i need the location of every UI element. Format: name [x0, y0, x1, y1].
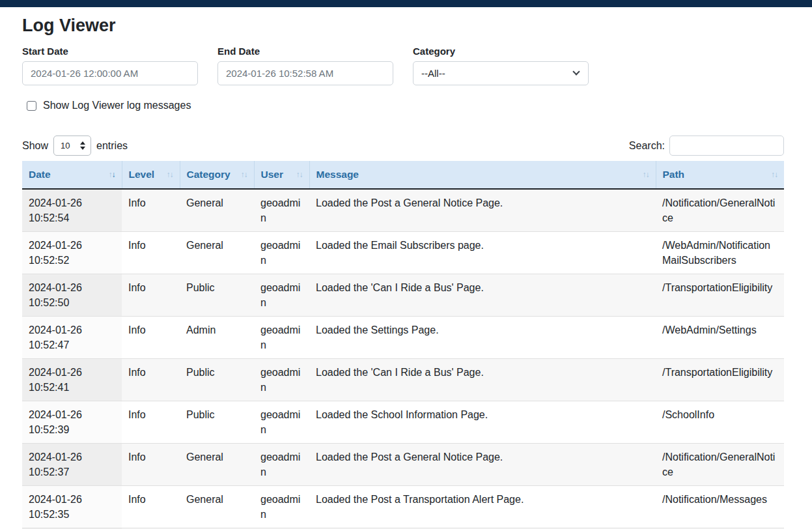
log-table-body: 2024-01-26 10:52:54 Info General geoadmi… — [22, 189, 784, 529]
log-message-cell: Loaded the 'Can I Ride a Bus' Page. — [309, 274, 656, 317]
table-row: 2024-01-26 10:52:50 Info Public geoadmin… — [22, 274, 784, 317]
log-level-cell: Info — [122, 359, 180, 401]
table-row: 2024-01-26 10:52:35 Info General geoadmi… — [22, 486, 784, 528]
log-path-cell: /WebAdmin/Settings — [656, 317, 784, 359]
start-date-input[interactable] — [22, 61, 198, 85]
log-message-cell: Loaded the Post a General Notice Page. — [309, 189, 656, 232]
log-message-cell: Loaded the School Information Page. — [309, 401, 656, 444]
log-date-cell: 2024-01-26 10:52:54 — [22, 189, 122, 232]
show-label: Show — [22, 140, 48, 152]
top-navigation-bar — [0, 0, 812, 7]
log-user-cell: geoadmin — [254, 232, 309, 274]
log-level-cell: Info — [122, 274, 180, 317]
sort-icon: ↑↓ — [109, 170, 115, 179]
start-date-field: Start Date — [22, 46, 198, 85]
table-row: 2024-01-26 10:52:52 Info General geoadmi… — [22, 232, 784, 274]
show-log-messages-checkbox[interactable] — [27, 101, 36, 111]
log-message-cell: Loaded the Email Subscribers page. — [309, 232, 656, 274]
table-row: 2024-01-26 10:52:37 Info General geoadmi… — [22, 444, 784, 486]
log-category-cell: Admin — [180, 317, 254, 359]
end-date-input[interactable] — [217, 61, 393, 85]
log-category-cell: Public — [180, 401, 254, 444]
show-log-messages-row: Show Log Viewer log messages — [22, 100, 784, 111]
table-row: 2024-01-26 10:52:47 Info Admin geoadmin … — [22, 317, 784, 359]
log-date-cell: 2024-01-26 10:52:47 — [22, 317, 122, 359]
log-category-cell: General — [180, 232, 254, 274]
log-date-cell: 2024-01-26 10:52:39 — [22, 401, 122, 444]
log-user-cell: geoadmin — [254, 317, 309, 359]
search-label: Search: — [629, 140, 665, 152]
category-field: Category --All-- — [413, 46, 589, 85]
column-header-message[interactable]: Message ↑↓ — [309, 161, 656, 189]
log-date-cell: 2024-01-26 10:52:52 — [22, 232, 122, 274]
sort-icon: ↑↓ — [296, 170, 303, 179]
log-category-cell: General — [180, 486, 254, 528]
log-category-cell: General — [180, 189, 254, 232]
table-row: 2024-01-26 10:52:54 Info General geoadmi… — [22, 189, 784, 232]
log-path-cell: /Notification/GeneralNotice — [656, 189, 784, 232]
log-table-header: Date ↑↓ Level ↑↓ Category ↑↓ User ↑↓ Mes… — [22, 161, 784, 189]
log-level-cell: Info — [122, 189, 180, 232]
sort-icon: ↑↓ — [771, 170, 777, 179]
log-table: Date ↑↓ Level ↑↓ Category ↑↓ User ↑↓ Mes… — [22, 161, 784, 529]
log-user-cell: geoadmin — [254, 444, 309, 486]
page-length-control: Show 10 entries — [22, 136, 128, 156]
category-select[interactable]: --All-- — [413, 61, 589, 85]
log-viewer-page: Log Viewer Start Date End Date Category … — [0, 16, 812, 529]
log-user-cell: geoadmin — [254, 274, 309, 317]
log-user-cell: geoadmin — [254, 189, 309, 232]
log-message-cell: Loaded the 'Can I Ride a Bus' Page. — [309, 359, 656, 401]
end-date-field: End Date — [217, 46, 393, 85]
log-message-cell: Loaded the Post a General Notice Page. — [309, 444, 656, 486]
entries-label: entries — [96, 140, 128, 152]
search-control: Search: — [629, 136, 784, 156]
log-category-cell: Public — [180, 274, 254, 317]
log-level-cell: Info — [122, 486, 180, 528]
column-header-path[interactable]: Path ↑↓ — [656, 161, 784, 189]
log-path-cell: /Notification/GeneralNotice — [656, 444, 784, 486]
sort-icon: ↑↓ — [643, 170, 649, 179]
column-header-level[interactable]: Level ↑↓ — [122, 161, 180, 189]
log-user-cell: geoadmin — [254, 359, 309, 401]
table-row: 2024-01-26 10:52:41 Info Public geoadmin… — [22, 359, 784, 401]
log-level-cell: Info — [122, 401, 180, 444]
log-category-cell: General — [180, 444, 254, 486]
log-date-cell: 2024-01-26 10:52:50 — [22, 274, 122, 317]
table-controls: Show 10 entries Search: — [22, 136, 784, 156]
start-date-label: Start Date — [22, 46, 198, 57]
log-date-cell: 2024-01-26 10:52:37 — [22, 444, 122, 486]
log-level-cell: Info — [122, 444, 180, 486]
show-log-messages-label[interactable]: Show Log Viewer log messages — [43, 100, 191, 111]
log-level-cell: Info — [122, 317, 180, 359]
category-label: Category — [413, 46, 589, 57]
column-header-category[interactable]: Category ↑↓ — [180, 161, 254, 189]
entries-select[interactable]: 10 — [53, 136, 91, 156]
log-message-cell: Loaded the Settings Page. — [309, 317, 656, 359]
log-level-cell: Info — [122, 232, 180, 274]
column-header-date[interactable]: Date ↑↓ — [22, 161, 122, 189]
column-header-user[interactable]: User ↑↓ — [254, 161, 309, 189]
log-user-cell: geoadmin — [254, 401, 309, 444]
log-date-cell: 2024-01-26 10:52:35 — [22, 486, 122, 528]
log-path-cell: /Notification/Messages — [656, 486, 784, 528]
log-message-cell: Loaded the Post a Transportation Alert P… — [309, 486, 656, 528]
log-path-cell: /TransportationEligibility — [656, 274, 784, 317]
log-user-cell: geoadmin — [254, 486, 309, 528]
log-path-cell: /WebAdmin/NotificationMailSubscribers — [656, 232, 784, 274]
log-category-cell: Public — [180, 359, 254, 401]
filter-bar: Start Date End Date Category --All-- — [22, 46, 784, 85]
sort-icon: ↑↓ — [241, 170, 247, 179]
log-date-cell: 2024-01-26 10:52:41 — [22, 359, 122, 401]
sort-icon: ↑↓ — [167, 170, 173, 179]
log-path-cell: /SchoolInfo — [656, 401, 784, 444]
search-input[interactable] — [669, 136, 784, 156]
log-path-cell: /TransportationEligibility — [656, 359, 784, 401]
table-row: 2024-01-26 10:52:39 Info Public geoadmin… — [22, 401, 784, 444]
end-date-label: End Date — [217, 46, 393, 57]
page-title: Log Viewer — [22, 16, 784, 36]
